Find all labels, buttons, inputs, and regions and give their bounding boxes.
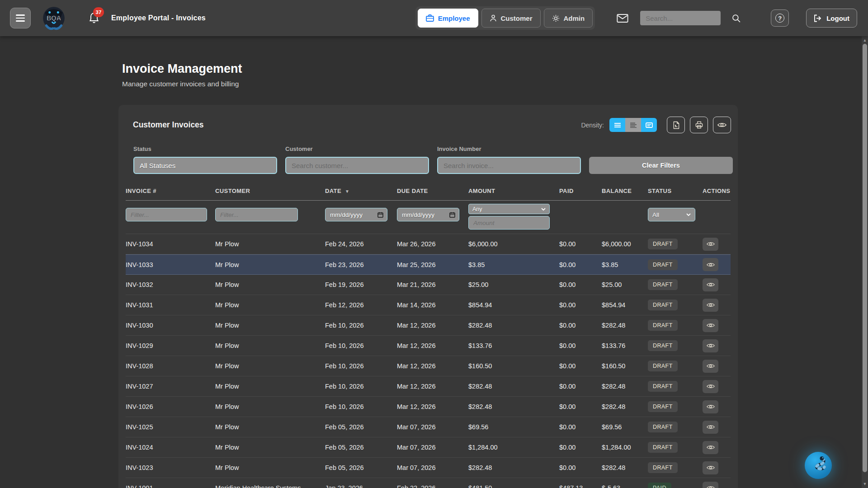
balance-cell: $282.48 xyxy=(602,322,648,329)
invoice-row[interactable]: INV-1030Mr PlowFeb 10, 2026Mar 12, 2026$… xyxy=(126,315,731,336)
tab-admin[interactable]: Admin xyxy=(544,9,593,28)
vertical-scrollbar[interactable]: ▲ ▼ xyxy=(862,36,868,488)
scrollbar-down-arrow[interactable]: ▼ xyxy=(862,481,868,487)
export-pdf-button[interactable] xyxy=(667,117,685,133)
assistant-fab[interactable] xyxy=(804,451,832,479)
amount-cell: $854.94 xyxy=(468,301,559,309)
status-badge: DRAFT xyxy=(648,462,678,473)
tab-employee[interactable]: Employee xyxy=(418,9,478,28)
tab-employee-label: Employee xyxy=(438,14,470,22)
view-invoice-button[interactable] xyxy=(703,319,718,332)
eye-icon xyxy=(707,262,715,267)
status-filter-select[interactable]: All Statuses xyxy=(133,157,277,174)
due-date-cell: Mar 12, 2026 xyxy=(397,362,468,370)
search-icon[interactable] xyxy=(731,14,741,23)
density-card-button[interactable] xyxy=(641,118,657,132)
invoice-row[interactable]: INV-1031Mr PlowFeb 12, 2026Mar 14, 2026$… xyxy=(126,295,731,315)
status-badge: DRAFT xyxy=(648,442,678,453)
due-date-cell: Mar 12, 2026 xyxy=(397,403,468,410)
amount-column-filter[interactable] xyxy=(468,216,550,230)
eye-icon xyxy=(707,343,715,348)
view-invoice-button[interactable] xyxy=(703,339,718,352)
toggle-columns-button[interactable] xyxy=(713,117,731,133)
invoice-number-cell: INV-1033 xyxy=(126,261,215,268)
view-invoice-button[interactable] xyxy=(703,360,718,373)
col-status[interactable]: STATUS xyxy=(648,188,703,194)
table-body: INV-1034Mr PlowFeb 24, 2026Mar 26, 2026$… xyxy=(126,234,731,488)
bqa-logo: BQA xyxy=(41,5,67,31)
balance-cell: $282.48 xyxy=(602,403,648,410)
view-invoice-button[interactable] xyxy=(703,400,718,413)
invoice-number-cell: INV-1025 xyxy=(126,423,215,431)
amount-cell: $282.48 xyxy=(468,403,559,410)
view-invoice-button[interactable] xyxy=(703,299,718,312)
view-invoice-button[interactable] xyxy=(703,482,718,488)
invoice-filter-input[interactable] xyxy=(437,157,581,174)
page-title: Invoice Management xyxy=(122,62,741,76)
view-invoice-button[interactable] xyxy=(703,461,718,474)
tab-customer[interactable]: Customer xyxy=(481,9,541,28)
col-amount[interactable]: AMOUNT xyxy=(468,188,559,194)
col-paid[interactable]: PAID xyxy=(559,188,602,194)
balance-cell: $133.76 xyxy=(602,342,648,349)
customer-column-filter[interactable] xyxy=(215,208,298,221)
col-actions: ACTIONS xyxy=(703,188,731,194)
invoice-number-cell: INV-1023 xyxy=(126,464,215,471)
invoice-number-cell: INV-1026 xyxy=(126,403,215,410)
invoice-row[interactable]: INV-1033Mr PlowFeb 23, 2026Mar 25, 2026$… xyxy=(126,254,731,275)
due-date-cell: Mar 07, 2026 xyxy=(397,423,468,431)
logout-button[interactable]: Logout xyxy=(806,9,857,28)
date-cell: Feb 23, 2026 xyxy=(325,261,397,268)
help-button[interactable]: ? xyxy=(771,9,789,27)
invoice-number-cell: INV-1032 xyxy=(126,281,215,288)
status-column-filter[interactable]: All xyxy=(648,208,695,221)
notifications-bell[interactable]: 37 xyxy=(89,12,100,24)
col-date[interactable]: DATE▼ xyxy=(325,188,397,194)
search-input[interactable] xyxy=(640,11,721,25)
invoice-row[interactable]: INV-1023Mr PlowFeb 05, 2026Mar 07, 2026$… xyxy=(126,458,731,478)
paid-cell: $0.00 xyxy=(559,240,602,248)
view-invoice-button[interactable] xyxy=(703,441,718,454)
col-balance[interactable]: BALANCE xyxy=(602,188,648,194)
paid-cell: $0.00 xyxy=(559,261,602,268)
balance-cell: $3.85 xyxy=(602,261,648,268)
customer-filter-input[interactable] xyxy=(285,157,429,174)
invoice-row[interactable]: INV-1026Mr PlowFeb 10, 2026Mar 12, 2026$… xyxy=(126,397,731,417)
print-button[interactable] xyxy=(690,117,708,133)
logout-icon xyxy=(814,14,822,22)
invoice-row[interactable]: INV-1028Mr PlowFeb 10, 2026Mar 12, 2026$… xyxy=(126,356,731,376)
invoice-row[interactable]: INV-1027Mr PlowFeb 10, 2026Mar 12, 2026$… xyxy=(126,376,731,397)
invoice-row[interactable]: INV-1025Mr PlowFeb 05, 2026Mar 07, 2026$… xyxy=(126,417,731,437)
invoice-column-filter[interactable] xyxy=(126,208,207,221)
table-header-row: INVOICE # CUSTOMER DATE▼ DUE DATE AMOUNT… xyxy=(126,188,731,201)
amount-operator-select[interactable]: Any xyxy=(468,204,550,214)
page-header-title: Employee Portal - Invoices xyxy=(111,14,206,22)
invoice-row[interactable]: INV-1034Mr PlowFeb 24, 2026Mar 26, 2026$… xyxy=(126,234,731,254)
view-invoice-button[interactable] xyxy=(703,421,718,434)
view-invoice-button[interactable] xyxy=(703,258,718,271)
due-date-column-filter[interactable]: mm/dd/yyyy xyxy=(397,208,459,221)
menu-icon[interactable] xyxy=(10,8,31,28)
invoice-row[interactable]: INV-1032Mr PlowFeb 19, 2026Mar 21, 2026$… xyxy=(126,275,731,295)
invoice-row[interactable]: INV-1001Meridian Healthcare SystemsJan 2… xyxy=(126,478,731,488)
col-invoice[interactable]: INVOICE # xyxy=(126,188,215,194)
density-compact-button[interactable] xyxy=(625,118,641,132)
amount-cell: $133.76 xyxy=(468,342,559,349)
view-invoice-button[interactable] xyxy=(703,380,718,393)
view-invoice-button[interactable] xyxy=(703,238,718,251)
mail-icon[interactable] xyxy=(617,14,628,23)
status-badge: DRAFT xyxy=(648,340,678,351)
clear-filters-button[interactable]: Clear Filters xyxy=(589,157,733,174)
col-customer[interactable]: CUSTOMER xyxy=(215,188,325,194)
date-column-filter[interactable]: mm/dd/yyyy xyxy=(325,208,387,221)
invoice-row[interactable]: INV-1029Mr PlowFeb 10, 2026Mar 12, 2026$… xyxy=(126,336,731,356)
tab-customer-label: Customer xyxy=(501,14,533,22)
view-invoice-button[interactable] xyxy=(703,278,718,291)
invoice-row[interactable]: INV-1024Mr PlowFeb 05, 2026Mar 07, 2026$… xyxy=(126,437,731,458)
customer-cell: Mr Plow xyxy=(215,261,325,268)
density-comfortable-button[interactable] xyxy=(609,118,625,132)
scrollbar-thumb[interactable] xyxy=(863,44,867,472)
col-due-date[interactable]: DUE DATE xyxy=(397,188,468,194)
scrollbar-up-arrow[interactable]: ▲ xyxy=(862,37,868,43)
status-badge: DRAFT xyxy=(648,259,678,270)
